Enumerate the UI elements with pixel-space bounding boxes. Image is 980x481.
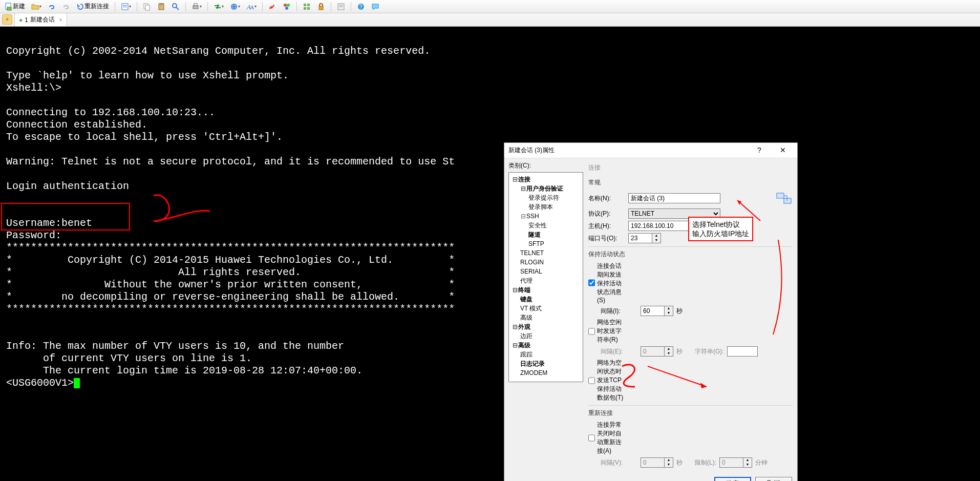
- term-line: Password:: [6, 229, 61, 241]
- search-icon: [172, 3, 180, 11]
- color-button[interactable]: [280, 1, 293, 12]
- lock-button[interactable]: [314, 1, 328, 12]
- open-button[interactable]: ▾: [29, 1, 44, 12]
- cursor-icon: [74, 378, 80, 388]
- tcp-keepalive-checkbox[interactable]: 网络为空闲状态时发送TCP保持活动数据包(T): [588, 359, 625, 402]
- svg-rect-21: [304, 4, 306, 6]
- toolbar-separator: [137, 2, 137, 11]
- copy-button[interactable]: [140, 1, 154, 12]
- new-file-icon: [5, 3, 13, 11]
- svg-rect-32: [784, 198, 791, 203]
- interval-i-spinner[interactable]: ▲▼: [641, 306, 673, 316]
- tab-close-icon[interactable]: ×: [59, 16, 62, 24]
- transfer-button[interactable]: ▾: [211, 1, 226, 12]
- svg-rect-31: [777, 193, 784, 198]
- chat-button[interactable]: [369, 1, 382, 12]
- dialog-title: 新建会话 (3)属性: [508, 146, 555, 155]
- svg-rect-3: [123, 5, 127, 6]
- term-line: * Copyright (C) 2014-2015 Huawei Technol…: [6, 254, 455, 266]
- svg-point-9: [173, 4, 177, 8]
- reconnect-button[interactable]: 重新连接: [74, 1, 112, 12]
- term-line: Connecting to 192.168.100.10:23...: [6, 107, 215, 118]
- dialog-help-button[interactable]: ?: [749, 146, 770, 155]
- toolbar-separator: [207, 2, 208, 11]
- ok-button[interactable]: 确定: [714, 477, 751, 481]
- term-line: * All rights reserved. *: [6, 266, 455, 278]
- term-line: Info: The max number of VTY users is 10,…: [6, 340, 344, 352]
- section-header: 连接: [588, 161, 792, 175]
- transfer-icon: [214, 3, 222, 11]
- toolbar-separator: [351, 2, 351, 11]
- callout-line2: 输入防火墙IP地址: [692, 229, 749, 238]
- chat-icon: [371, 3, 379, 11]
- tree-auth: ⊟用户身份验证: [512, 184, 581, 193]
- interval-v-label: 间隔(V):: [601, 458, 637, 467]
- cancel-button[interactable]: 取消: [755, 477, 792, 481]
- spin-up-icon[interactable]: ▲: [652, 234, 661, 238]
- tree-ssh: ⊟SSH: [512, 212, 581, 221]
- tree-telnet: TELNET: [512, 248, 581, 258]
- tree-proxy: 代理: [512, 276, 581, 285]
- unlink-button[interactable]: [59, 1, 73, 12]
- group-reconnect: 重新连接: [588, 406, 792, 419]
- dialog-titlebar[interactable]: 新建会话 (3)属性 ? ✕: [504, 143, 797, 158]
- keepalive-checkbox[interactable]: 连接会话期间发送保持活动状态消息(S): [588, 262, 625, 304]
- tree-script: 登录脚本: [512, 202, 581, 212]
- port-spinner[interactable]: ▲▼: [628, 233, 661, 243]
- tree-advanced2: ⊟高级: [512, 341, 581, 350]
- term-line: ****************************************…: [6, 303, 455, 315]
- toolbar-separator: [296, 2, 297, 11]
- connection-icon: [776, 190, 792, 206]
- grid-button[interactable]: [300, 1, 313, 12]
- tree-keyboard: 键盘: [512, 295, 581, 304]
- font-button[interactable]: AA▾: [244, 1, 259, 12]
- name-input[interactable]: [628, 193, 720, 203]
- help-icon: ?: [357, 3, 365, 11]
- paste-icon: [157, 3, 165, 11]
- print-button[interactable]: ▾: [189, 1, 204, 12]
- new-button[interactable]: 新建: [2, 1, 28, 12]
- properties-button[interactable]: ▾: [118, 1, 134, 12]
- tab-dot-icon: ●: [19, 16, 23, 24]
- palette-icon: [283, 3, 291, 11]
- session-tab-strip: + ● 1 新建会话 ×: [0, 13, 980, 27]
- term-prompt: <USG6000V1>: [6, 377, 74, 389]
- session-tab-1[interactable]: ● 1 新建会话 ×: [14, 13, 67, 26]
- tree-trace: 跟踪: [512, 350, 581, 359]
- tree-margin: 边距: [512, 331, 581, 341]
- link-button[interactable]: [45, 1, 58, 12]
- group-general: 常规: [588, 175, 792, 188]
- category-tree[interactable]: ⊟连接 ⊟用户身份验证 登录提示符 登录脚本 ⊟SSH 安全性 隧道 SFTP …: [508, 172, 583, 382]
- svg-line-10: [176, 7, 179, 10]
- help-button[interactable]: ?: [354, 1, 368, 12]
- svg-rect-8: [160, 3, 163, 5]
- tree-log: 日志记录: [512, 359, 581, 368]
- svg-text:?: ?: [359, 4, 363, 10]
- tab-index: 1: [25, 16, 28, 24]
- interval-v-spinner: ▲▼: [641, 457, 673, 468]
- svg-rect-4: [123, 7, 127, 7]
- term-line: The current login time is 2019-08-28 12:…: [6, 365, 363, 377]
- idle-string-checkbox[interactable]: 网络空闲时发送字符串(R): [588, 318, 625, 344]
- globe-icon: [230, 3, 238, 11]
- paste-button[interactable]: [155, 1, 168, 12]
- terminal-output[interactable]: Copyright (c) 2002-2014 NetSarang Comput…: [0, 27, 980, 481]
- svg-point-19: [287, 4, 290, 7]
- term-line: Warning: Telnet is not a secure protocol…: [6, 156, 455, 168]
- web-button[interactable]: ▾: [227, 1, 243, 12]
- log-button[interactable]: [334, 1, 348, 12]
- spin-down-icon[interactable]: ▼: [652, 238, 661, 243]
- name-label: 名称(N):: [588, 194, 625, 203]
- toolbar-separator: [262, 2, 263, 11]
- find-button[interactable]: [169, 1, 182, 12]
- main-toolbar: 新建 ▾ 重新连接 ▾ ▾ ▾ ▾ AA▾ ?: [0, 0, 980, 13]
- session-properties-dialog: 新建会话 (3)属性 ? ✕ 类别(C): ⊟连接 ⊟用户身份验证 登录提示符 …: [504, 142, 798, 481]
- term-line: of current VTY users on line is 1.: [6, 352, 252, 364]
- term-line: Copyright (c) 2002-2014 NetSarang Comput…: [6, 45, 430, 57]
- auto-reconnect-checkbox[interactable]: 连接异常关闭时自动重新连接(A): [588, 421, 625, 455]
- group-keepalive: 保持活动状态: [588, 247, 792, 260]
- script-button[interactable]: [266, 1, 279, 12]
- add-tab-button[interactable]: +: [2, 14, 12, 25]
- dialog-close-button[interactable]: ✕: [773, 146, 793, 155]
- interval-i-label: 间隔(I):: [601, 307, 637, 316]
